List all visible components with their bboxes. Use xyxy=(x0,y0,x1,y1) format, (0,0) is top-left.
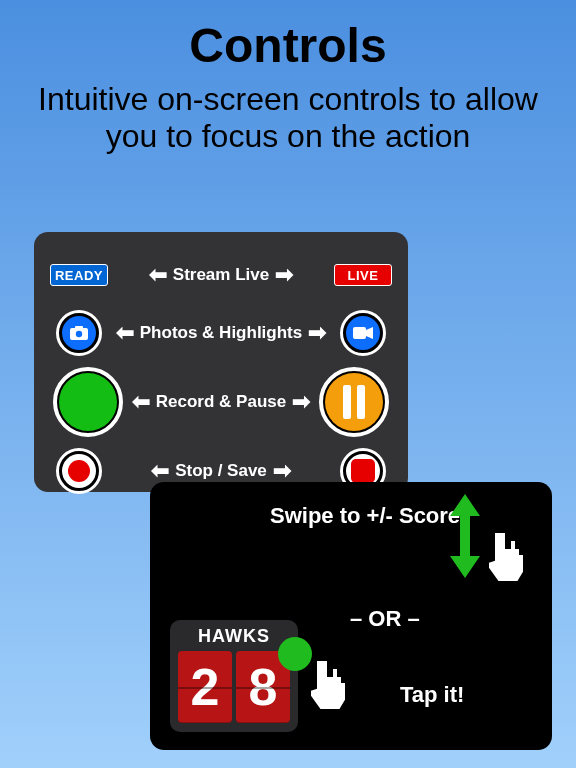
pause-button[interactable] xyxy=(319,367,389,437)
live-badge[interactable]: LIVE xyxy=(334,264,392,286)
arrow-right-icon: ➡ xyxy=(308,320,326,346)
score-digit[interactable]: 2 xyxy=(178,651,232,723)
team-label: HAWKS xyxy=(176,626,292,647)
row-label: Photos & Highlights xyxy=(140,324,302,343)
arrow-left-icon: ⬅ xyxy=(149,262,167,288)
row-label: Stop / Save xyxy=(175,462,267,481)
arrow-left-icon: ⬅ xyxy=(116,320,134,346)
hand-cursor-icon xyxy=(480,528,530,584)
arrow-right-icon: ➡ xyxy=(292,389,310,415)
camera-button[interactable] xyxy=(56,310,102,356)
svg-marker-5 xyxy=(450,494,480,578)
page-subtitle: Intuitive on-screen controls to allow yo… xyxy=(30,81,546,155)
video-icon xyxy=(346,316,380,350)
swipe-label: Swipe to +/- Score xyxy=(270,504,460,528)
scoreboard[interactable]: HAWKS 2 8 xyxy=(170,620,298,732)
tap-label: Tap it! xyxy=(400,682,464,708)
record-button[interactable] xyxy=(53,367,123,437)
svg-marker-4 xyxy=(366,327,373,339)
double-arrow-icon xyxy=(450,494,480,578)
arrow-left-icon: ⬅ xyxy=(132,389,150,415)
svg-rect-3 xyxy=(353,327,366,339)
gesture-card: Swipe to +/- Score – OR – HAWKS 2 8 Tap … xyxy=(150,482,552,750)
page-title: Controls xyxy=(0,18,576,73)
or-label: – OR – xyxy=(350,606,420,632)
arrow-right-icon: ➡ xyxy=(273,458,291,484)
controls-row-photos: ⬅ Photos & Highlights ➡ xyxy=(48,304,394,362)
stop-circle-button[interactable] xyxy=(56,448,102,494)
record-green-icon xyxy=(59,373,117,431)
stop-red-circle-icon xyxy=(62,454,96,488)
arrow-right-icon: ➡ xyxy=(275,262,293,288)
svg-rect-1 xyxy=(75,326,83,330)
pause-orange-icon xyxy=(325,373,383,431)
camera-icon xyxy=(62,316,96,350)
svg-point-2 xyxy=(76,331,82,337)
controls-row-record: ⬅ Record & Pause ➡ xyxy=(48,362,394,442)
controls-card: READY ⬅ Stream Live ➡ LIVE ⬅ Photos & Hi… xyxy=(34,232,408,492)
controls-row-stream: READY ⬅ Stream Live ➡ LIVE xyxy=(48,246,394,304)
hand-cursor-icon xyxy=(302,656,352,712)
row-label: Stream Live xyxy=(173,266,269,285)
arrow-left-icon: ⬅ xyxy=(151,458,169,484)
row-label: Record & Pause xyxy=(156,393,286,412)
video-button[interactable] xyxy=(340,310,386,356)
ready-badge[interactable]: READY xyxy=(50,264,108,286)
